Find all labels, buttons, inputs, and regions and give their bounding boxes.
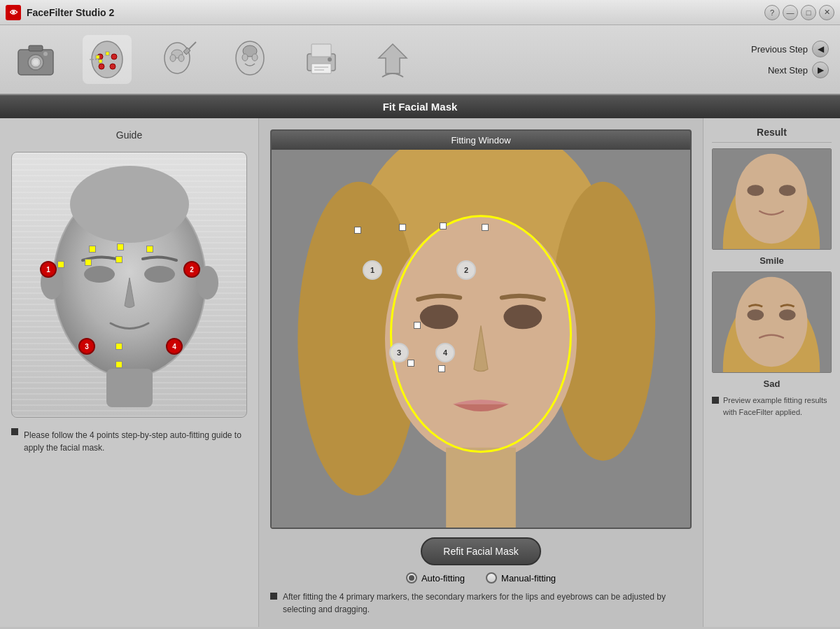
app-icon: 👁: [6, 5, 21, 20]
guide-square-2[interactable]: [117, 243, 124, 250]
guide-marker-2[interactable]: 2: [183, 261, 200, 278]
guide-square-4[interactable]: [57, 261, 64, 268]
svg-point-30: [328, 57, 332, 62]
svg-rect-12: [96, 55, 99, 59]
fit-marker-1[interactable]: 1: [363, 260, 382, 280]
tool-face-points[interactable]: [83, 35, 132, 84]
smile-label: Smile: [712, 255, 832, 266]
fit-square-3[interactable]: [440, 222, 447, 229]
guide-panel: Guide: [0, 118, 259, 627]
svg-point-49: [736, 154, 808, 243]
main-content: Guide: [0, 118, 840, 627]
guide-instruction: Please follow the 4 points step-by-step …: [11, 426, 247, 457]
face-points-icon: [86, 38, 128, 80]
app-title: FaceFilter Studio 2: [27, 7, 762, 18]
svg-point-18: [178, 55, 184, 62]
auto-fitting-option[interactable]: Auto-fitting: [406, 572, 465, 584]
guide-title: Guide: [11, 129, 247, 141]
fit-square-1[interactable]: [354, 227, 361, 234]
help-button[interactable]: ?: [764, 5, 780, 20]
svg-rect-26: [312, 44, 331, 57]
fitting-info: After fitting the 4 primary markers, the…: [270, 591, 692, 616]
title-bar: 👁 FaceFilter Studio 2 ? — □ ✕: [0, 0, 840, 25]
svg-rect-33: [106, 369, 153, 407]
fit-marker-2[interactable]: 2: [456, 260, 476, 280]
refit-button[interactable]: Refit Facial Mask: [421, 537, 540, 565]
tool-export[interactable]: [368, 35, 417, 84]
previous-arrow-icon: ◀: [812, 41, 829, 57]
face-oval[interactable]: [390, 215, 572, 453]
result-info: Preview example fitting results with Fac…: [712, 395, 832, 418]
fitting-info-text: After fitting the 4 primary markers, the…: [283, 591, 692, 616]
minimize-button[interactable]: —: [783, 5, 798, 20]
previous-step-label: Previous Step: [751, 44, 808, 55]
face-view-icon: [229, 38, 271, 80]
tool-icons-group: [11, 35, 751, 84]
guide-marker-4[interactable]: 4: [166, 338, 183, 355]
fitting-window: Fitting Window: [270, 129, 692, 529]
svg-point-34: [84, 266, 115, 283]
fitting-window-title: Fitting Window: [272, 131, 690, 150]
smile-face: [713, 149, 831, 249]
svg-point-4: [33, 59, 38, 65]
fit-square-4[interactable]: [482, 224, 489, 231]
fitting-window-image[interactable]: 1 2 3 4: [272, 150, 690, 528]
svg-point-56: [779, 309, 796, 320]
guide-instruction-text: Please follow the 4 points step-by-step …: [24, 426, 247, 457]
smile-face-svg: [713, 149, 831, 249]
svg-rect-11: [106, 52, 109, 55]
mask-brush-icon: [158, 38, 200, 80]
guide-square-5[interactable]: [85, 259, 92, 266]
sad-label: Sad: [712, 379, 832, 389]
camera-icon: [15, 38, 57, 80]
fit-marker-4[interactable]: 4: [435, 343, 455, 362]
guide-marker-1[interactable]: 1: [40, 261, 57, 278]
maximize-button[interactable]: □: [801, 5, 816, 20]
sad-face: [713, 272, 831, 372]
previous-step-button[interactable]: Previous Step ◀: [751, 41, 829, 57]
auto-fitting-label: Auto-fitting: [421, 573, 465, 584]
tool-print[interactable]: [297, 35, 346, 84]
svg-point-9: [99, 64, 104, 69]
tool-mask-brush[interactable]: [154, 35, 203, 84]
svg-rect-46: [446, 448, 516, 528]
result-preview-smile[interactable]: [712, 148, 832, 250]
svg-rect-29: [314, 69, 324, 71]
guide-square-8[interactable]: [115, 361, 122, 368]
next-step-button[interactable]: Next Step ▶: [768, 62, 829, 78]
guide-square-1[interactable]: [89, 246, 96, 253]
manual-fitting-radio[interactable]: [486, 572, 497, 584]
tool-camera[interactable]: [11, 35, 60, 84]
export-icon: [372, 38, 414, 80]
svg-point-5: [43, 52, 48, 56]
svg-rect-13: [99, 59, 102, 63]
fit-marker-3[interactable]: 3: [389, 343, 409, 362]
print-icon: [300, 38, 342, 80]
close-button[interactable]: ✕: [819, 5, 834, 20]
guide-face-svg: [35, 162, 224, 407]
fit-square-5[interactable]: [414, 322, 421, 329]
fit-square-7[interactable]: [438, 365, 445, 372]
svg-rect-27: [312, 64, 331, 73]
svg-point-23: [242, 54, 248, 61]
guide-marker-3[interactable]: 3: [78, 338, 95, 355]
auto-fitting-radio[interactable]: [406, 572, 417, 584]
guide-square-6[interactable]: [115, 256, 122, 263]
sad-face-svg: [713, 272, 831, 372]
svg-point-24: [252, 54, 258, 61]
result-preview-sad[interactable]: [712, 271, 832, 373]
result-panel: Result Smile: [704, 118, 840, 627]
tool-face-view[interactable]: [225, 35, 274, 84]
fit-square-2[interactable]: [399, 224, 406, 231]
guide-image: 1 2 3 4: [11, 152, 247, 418]
next-arrow-icon: ▶: [812, 62, 829, 78]
svg-point-8: [111, 54, 117, 59]
guide-square-3[interactable]: [146, 246, 153, 253]
section-title: Fit Facial Mask: [0, 95, 840, 118]
svg-rect-1: [29, 45, 43, 51]
guide-square-7[interactable]: [115, 343, 122, 350]
fit-square-6[interactable]: [407, 360, 414, 367]
toolbar: Previous Step ◀ Next Step ▶: [0, 25, 840, 95]
svg-rect-28: [314, 66, 328, 68]
manual-fitting-option[interactable]: Manual-fitting: [486, 572, 556, 584]
